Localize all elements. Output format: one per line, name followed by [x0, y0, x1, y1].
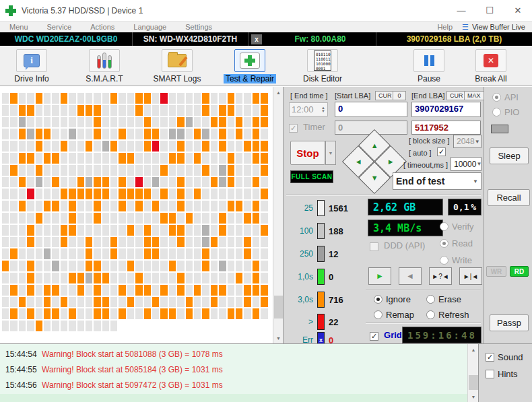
- map-block[interactable]: [160, 141, 167, 152]
- map-block[interactable]: [77, 297, 84, 308]
- map-block[interactable]: [177, 153, 184, 164]
- scroll-up-icon[interactable]: ▲: [273, 87, 284, 98]
- map-block[interactable]: [228, 93, 234, 104]
- log-scroll-up-icon[interactable]: ▲: [468, 344, 479, 355]
- map-block[interactable]: [119, 321, 125, 331]
- map-block[interactable]: [261, 321, 267, 331]
- map-block[interactable]: [186, 201, 193, 211]
- maximize-button[interactable]: ☐: [475, 0, 504, 21]
- map-block[interactable]: [69, 177, 75, 188]
- map-block[interactable]: [144, 321, 151, 331]
- map-block[interactable]: [86, 285, 92, 296]
- map-block[interactable]: [2, 177, 9, 188]
- map-block[interactable]: [10, 201, 17, 211]
- map-block[interactable]: [135, 165, 142, 176]
- map-block[interactable]: [253, 308, 259, 319]
- block-size-combo[interactable]: 2048▼: [453, 135, 481, 148]
- map-block[interactable]: [110, 165, 117, 176]
- action-radio-erase[interactable]: Erase: [426, 294, 461, 304]
- map-block[interactable]: [94, 225, 100, 236]
- map-block[interactable]: [261, 273, 267, 283]
- map-block[interactable]: [244, 105, 251, 116]
- map-block[interactable]: [186, 117, 193, 128]
- map-block[interactable]: [228, 285, 234, 296]
- map-block[interactable]: [52, 308, 59, 319]
- map-block[interactable]: [52, 261, 59, 271]
- map-block[interactable]: [135, 129, 142, 139]
- map-block[interactable]: [2, 285, 9, 296]
- map-block[interactable]: [44, 117, 51, 128]
- map-block[interactable]: [186, 297, 193, 308]
- map-block[interactable]: [194, 117, 201, 128]
- map-block[interactable]: [228, 189, 234, 199]
- map-block[interactable]: [86, 321, 92, 331]
- map-block[interactable]: [261, 213, 267, 224]
- map-block[interactable]: [36, 117, 42, 128]
- map-block[interactable]: [102, 117, 109, 128]
- map-block[interactable]: [169, 177, 176, 188]
- map-block[interactable]: [160, 297, 167, 308]
- action-radio-refresh[interactable]: Refresh: [426, 310, 469, 320]
- map-block[interactable]: [219, 248, 226, 259]
- map-block[interactable]: [194, 321, 201, 331]
- map-block[interactable]: [169, 153, 176, 164]
- map-block[interactable]: [244, 189, 251, 199]
- map-block[interactable]: [169, 237, 176, 248]
- map-block[interactable]: [244, 308, 251, 319]
- map-block[interactable]: [211, 201, 218, 211]
- map-block[interactable]: [244, 321, 251, 331]
- map-block[interactable]: [152, 237, 159, 248]
- map-block[interactable]: [94, 308, 100, 319]
- map-block[interactable]: [144, 177, 151, 188]
- map-block[interactable]: [27, 321, 34, 331]
- map-block[interactable]: [261, 153, 267, 164]
- map-block[interactable]: [253, 141, 259, 152]
- map-block[interactable]: [177, 297, 184, 308]
- map-block[interactable]: [36, 285, 42, 296]
- map-block[interactable]: [36, 165, 42, 176]
- map-block[interactable]: [152, 153, 159, 164]
- map-block[interactable]: [194, 153, 201, 164]
- map-block[interactable]: [10, 117, 17, 128]
- map-block[interactable]: [236, 177, 242, 188]
- map-block[interactable]: [44, 105, 51, 116]
- map-block[interactable]: [52, 93, 59, 104]
- stop-button[interactable]: Stop: [290, 141, 325, 165]
- map-block[interactable]: [169, 93, 176, 104]
- map-block[interactable]: [253, 93, 259, 104]
- map-block[interactable]: [186, 189, 193, 199]
- map-block[interactable]: [94, 273, 100, 283]
- map-block[interactable]: [152, 285, 159, 296]
- map-block[interactable]: [27, 225, 34, 236]
- grid-checkbox[interactable]: Grid: [370, 330, 402, 341]
- map-block[interactable]: [135, 141, 142, 152]
- menu-item-settings[interactable]: Settings: [176, 23, 222, 31]
- map-block[interactable]: [27, 141, 34, 152]
- map-block[interactable]: [219, 117, 226, 128]
- end-time-spinner[interactable]: 12:00 ▲▼: [289, 102, 328, 116]
- map-block[interactable]: [69, 261, 75, 271]
- map-block[interactable]: [36, 189, 42, 199]
- map-block[interactable]: [236, 321, 242, 331]
- map-block[interactable]: [202, 165, 209, 176]
- map-block[interactable]: [135, 225, 142, 236]
- map-block[interactable]: [253, 225, 259, 236]
- map-block[interactable]: [127, 285, 134, 296]
- map-block[interactable]: [69, 308, 75, 319]
- map-block[interactable]: [86, 189, 92, 199]
- map-block[interactable]: [86, 213, 92, 224]
- map-block[interactable]: [94, 129, 100, 139]
- map-block[interactable]: [36, 201, 42, 211]
- map-block[interactable]: [94, 261, 100, 271]
- map-block[interactable]: [36, 225, 42, 236]
- map-block[interactable]: [253, 153, 259, 164]
- map-block[interactable]: [110, 261, 117, 271]
- map-block[interactable]: [144, 117, 151, 128]
- map-block[interactable]: [27, 213, 34, 224]
- map-block[interactable]: [19, 248, 26, 259]
- map-block[interactable]: [152, 308, 159, 319]
- map-block[interactable]: [77, 93, 84, 104]
- map-block[interactable]: [169, 105, 176, 116]
- map-block[interactable]: [2, 117, 9, 128]
- map-block[interactable]: [127, 308, 134, 319]
